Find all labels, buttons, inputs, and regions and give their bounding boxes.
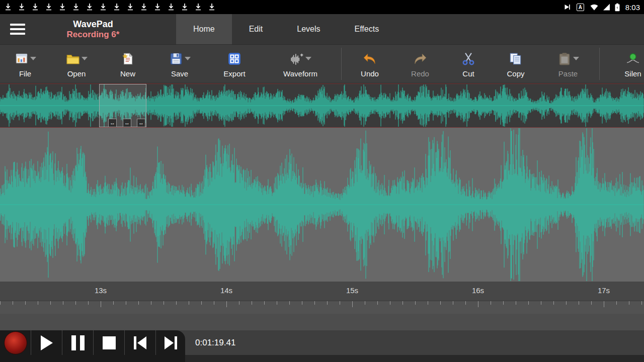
- timeline-ruler: 13s 14s 15s 16s 17s: [0, 282, 644, 301]
- play-icon: [41, 335, 53, 350]
- status-right-icons: 8:03: [590, 3, 640, 12]
- transport-bar: 0:01:19.41: [0, 330, 644, 362]
- lower-panel: [0, 314, 644, 330]
- stop-button[interactable]: [94, 330, 125, 355]
- menu-icon[interactable]: [0, 14, 35, 44]
- undo-icon: [362, 52, 377, 66]
- silence-label: Silen: [624, 69, 641, 78]
- download-icon: [58, 3, 66, 11]
- chevron-down-icon: [573, 57, 579, 60]
- download-icon: [167, 3, 175, 11]
- download-icon: [31, 3, 39, 11]
- app-title: WavePad: [73, 19, 113, 30]
- wavepad-app: A 8:03 WavePad Recording 6* Home Edit Le…: [0, 0, 644, 362]
- main-waveform-view[interactable]: [0, 128, 644, 282]
- toolbar-separator: [599, 48, 600, 80]
- tab-home[interactable]: Home: [176, 14, 232, 44]
- transport-buttons: [0, 330, 185, 362]
- install-icon: [563, 3, 571, 11]
- play-button[interactable]: [31, 330, 62, 355]
- export-button[interactable]: Export: [206, 45, 263, 83]
- file-button[interactable]: File: [0, 45, 50, 83]
- document-title: Recording 6*: [67, 30, 120, 40]
- stop-icon: [103, 336, 116, 349]
- copy-label: Copy: [507, 69, 524, 78]
- record-button[interactable]: [0, 330, 31, 355]
- ruler-ticks: [0, 301, 644, 314]
- new-button[interactable]: New: [103, 45, 153, 83]
- overview-selection[interactable]: ↔ ↔ ↔: [99, 84, 146, 127]
- cut-button[interactable]: Cut: [445, 45, 492, 83]
- main-waveform: [0, 128, 644, 282]
- save-button[interactable]: Save: [153, 45, 206, 83]
- download-icon: [72, 3, 80, 11]
- redo-button[interactable]: Redo: [395, 45, 445, 83]
- paste-icon: [557, 52, 572, 66]
- silence-icon: [626, 52, 640, 66]
- tab-levels[interactable]: Levels: [280, 14, 337, 44]
- new-label: New: [120, 69, 135, 78]
- home-toolbar: File Open New: [0, 44, 644, 83]
- title-block: WavePad Recording 6*: [35, 14, 151, 44]
- battery-icon: [614, 3, 620, 12]
- export-label: Export: [223, 69, 245, 78]
- download-icon: [4, 3, 12, 11]
- skip-to-start-button[interactable]: [125, 330, 156, 355]
- new-document-icon: [121, 52, 135, 66]
- open-label: Open: [67, 69, 86, 78]
- save-label: Save: [171, 69, 188, 78]
- pause-icon: [71, 335, 85, 350]
- clock: 8:03: [625, 3, 640, 12]
- paste-label: Paste: [558, 69, 578, 78]
- chevron-down-icon: [82, 57, 88, 60]
- skip-to-end-icon: [165, 336, 177, 349]
- download-icon: [208, 3, 216, 11]
- redo-icon: [413, 52, 428, 66]
- letter-a-badge-icon: A: [577, 4, 584, 11]
- time-label: 15s: [346, 286, 358, 295]
- waveform-label: Waveform: [283, 69, 317, 78]
- wifi-icon: [590, 3, 599, 11]
- pause-button[interactable]: [62, 330, 94, 355]
- tab-effects[interactable]: Effects: [338, 14, 396, 44]
- download-icon: [153, 3, 162, 11]
- file-icon: [15, 52, 29, 66]
- cut-icon: [461, 52, 475, 66]
- redo-label: Redo: [411, 69, 429, 78]
- selection-handle-icon[interactable]: ↔: [137, 119, 145, 127]
- overview-waveform-strip[interactable]: ↔ ↔ ↔: [0, 83, 644, 128]
- selection-handle-icon[interactable]: ↔: [123, 119, 131, 127]
- download-icon: [140, 3, 148, 11]
- download-icon: [181, 3, 189, 11]
- time-label: 17s: [598, 286, 610, 295]
- skip-to-start-icon: [134, 336, 146, 349]
- time-label: 16s: [472, 286, 484, 295]
- selection-handle-icon[interactable]: ↔: [108, 119, 117, 127]
- chevron-down-icon: [30, 57, 36, 60]
- copy-button[interactable]: Copy: [492, 45, 540, 83]
- download-icon: [113, 3, 121, 11]
- app-bar: WavePad Recording 6* Home Edit Levels Ef…: [0, 14, 644, 44]
- download-icon: [126, 3, 134, 11]
- paste-button[interactable]: Paste: [540, 45, 596, 83]
- export-icon: [227, 52, 242, 66]
- undo-button[interactable]: Undo: [345, 45, 395, 83]
- record-icon: [4, 331, 27, 354]
- waveform-button[interactable]: Waveform: [263, 45, 338, 83]
- download-icon: [86, 3, 94, 11]
- save-icon: [169, 52, 183, 66]
- chevron-down-icon: [185, 57, 191, 60]
- skip-to-end-button[interactable]: [156, 330, 185, 355]
- download-icon: [18, 3, 26, 11]
- chevron-down-icon: [305, 57, 311, 60]
- time-label: 13s: [95, 286, 107, 295]
- download-icon: [194, 3, 202, 11]
- download-icon: [45, 3, 53, 11]
- open-button[interactable]: Open: [50, 45, 103, 83]
- open-folder-icon: [66, 52, 80, 66]
- toolbar-separator: [341, 48, 342, 80]
- signal-icon: [602, 3, 611, 11]
- tab-edit[interactable]: Edit: [232, 14, 280, 44]
- ribbon-tabs: Home Edit Levels Effects: [176, 14, 396, 44]
- silence-button[interactable]: Silen: [603, 45, 644, 83]
